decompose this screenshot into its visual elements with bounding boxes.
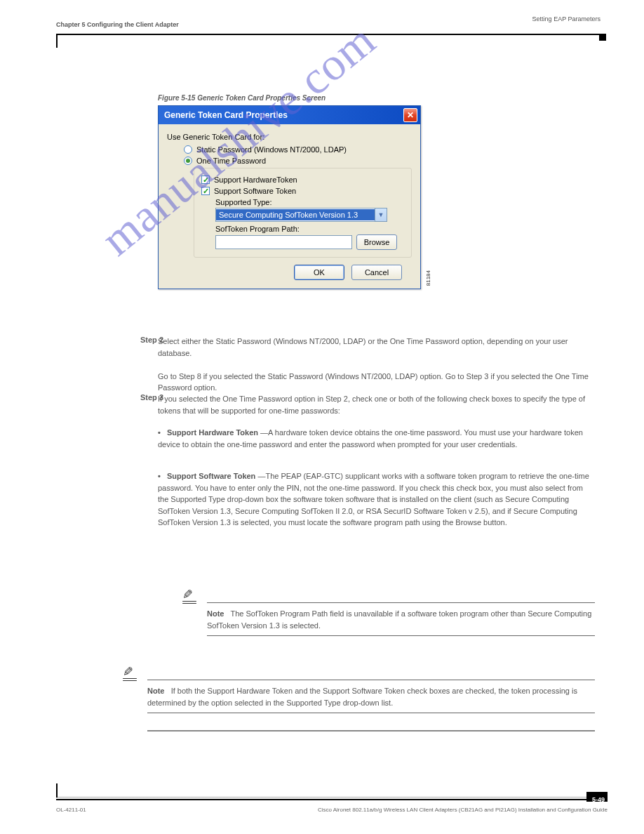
bullet-sw-title: Support Software Token — [167, 472, 255, 480]
page: Chapter 5 Configuring the Client Adapter… — [0, 0, 644, 834]
dialog-title: Generic Token Card Properties — [164, 110, 288, 120]
note-2: Note If both the Support Hardware Token … — [147, 685, 595, 709]
bottom-left-tick — [56, 783, 58, 797]
step2-note: Go to Step 8 if you selected the Static … — [158, 372, 589, 392]
bottom-line — [56, 799, 608, 800]
use-for-label: Use Generic Token Card for: — [167, 133, 412, 141]
footer-doc-code: OL-4211-01 — [56, 807, 86, 813]
radio-otp-label: One Time Password — [196, 157, 266, 165]
step2-paragraph: Select either the Static Password (Windo… — [158, 337, 568, 357]
dialog-body: Use Generic Token Card for: Static Passw… — [159, 124, 420, 289]
radio-static-password[interactable]: Static Password (Windows NT/2000, LDAP) — [184, 145, 412, 154]
figure-caption: Figure 5-15 Generic Token Card Propertie… — [158, 94, 326, 102]
footer-doc-title: Cisco Aironet 802.11a/b/g Wireless LAN C… — [318, 807, 608, 813]
checkbox-software-token[interactable]: ✓ Support Software Token — [201, 187, 404, 195]
note-2-label: Note — [147, 687, 164, 695]
software-token-subpanel: Supported Type: Secure Computing SofToke… — [215, 198, 404, 250]
checkbox-icon: ✓ — [201, 187, 210, 195]
supported-type-label: Supported Type: — [215, 198, 404, 206]
chevron-down-icon: ▼ — [375, 208, 387, 221]
pencil-icon — [123, 667, 138, 677]
note-1-text: The SofToken Program Path field is unava… — [207, 609, 591, 630]
page-number: 5-49 — [592, 796, 605, 803]
program-path-input[interactable] — [215, 235, 352, 249]
note-1-rule-bottom — [207, 635, 595, 636]
supported-type-dropdown[interactable]: Secure Computing SofToken Version 1.3 ▼ — [215, 208, 387, 222]
section-end-rule — [147, 730, 595, 732]
figure-id: 81184 — [425, 270, 431, 286]
note-1: Note The SofToken Program Path field is … — [207, 608, 595, 632]
bottom-frame — [56, 796, 608, 800]
bottom-shadow — [56, 796, 608, 798]
close-button[interactable]: ✕ — [403, 108, 417, 122]
step-3-text: If you selected the One Time Password op… — [158, 393, 595, 416]
note-1-rule-top — [207, 602, 595, 603]
note-1-label: Note — [207, 609, 224, 618]
note-2-text: If both the Support Hardware Token and t… — [147, 687, 577, 707]
step-2-text: Select either the Static Password (Windo… — [158, 336, 595, 394]
otp-groupbox: ✓ Support HardwareToken ✓ Support Softwa… — [194, 168, 412, 258]
ok-button[interactable]: OK — [294, 265, 344, 280]
header-left: Chapter 5 Configuring the Client Adapter — [56, 21, 179, 28]
titlebar: Generic Token Card Properties ✕ — [159, 106, 420, 124]
note-icon-2 — [123, 667, 138, 678]
dialog-buttons: OK Cancel — [167, 265, 412, 280]
note-2-rule-bottom — [147, 713, 595, 713]
program-path-label: SofToken Program Path: — [215, 225, 404, 233]
note-2-rule-top — [147, 680, 595, 680]
checkbox-sw-label: Support Software Token — [214, 187, 296, 195]
header-right: Setting EAP Parameters — [532, 15, 601, 22]
radio-icon — [184, 145, 192, 154]
top-frame-right-square — [599, 34, 606, 41]
dialog-window: Generic Token Card Properties ✕ Use Gene… — [158, 105, 421, 289]
supported-type-value: Secure Computing SofToken Version 1.3 — [216, 209, 375, 220]
top-frame-line — [56, 34, 602, 35]
browse-button[interactable]: Browse — [356, 234, 397, 250]
radio-one-time-password[interactable]: One Time Password — [184, 157, 412, 165]
close-icon: ✕ — [407, 110, 414, 120]
top-frame-left-tick — [56, 34, 58, 48]
pencil-icon — [182, 590, 198, 600]
bullet-software-token: • Support Software Token —The PEAP (EAP-… — [158, 470, 595, 529]
checkbox-hardware-token[interactable]: ✓ Support HardwareToken — [201, 176, 404, 184]
cancel-button[interactable]: Cancel — [351, 265, 402, 280]
bullet-hardware-token: • Support Hardware Token —A hardware tok… — [158, 427, 595, 450]
note-icon-1 — [182, 590, 198, 601]
bullet-hw-title: Support Hardware Token — [167, 428, 258, 437]
radio-icon-selected — [184, 157, 192, 165]
radio-static-label: Static Password (Windows NT/2000, LDAP) — [196, 145, 347, 154]
checkbox-hw-label: Support HardwareToken — [214, 176, 297, 184]
checkbox-icon: ✓ — [201, 176, 210, 184]
